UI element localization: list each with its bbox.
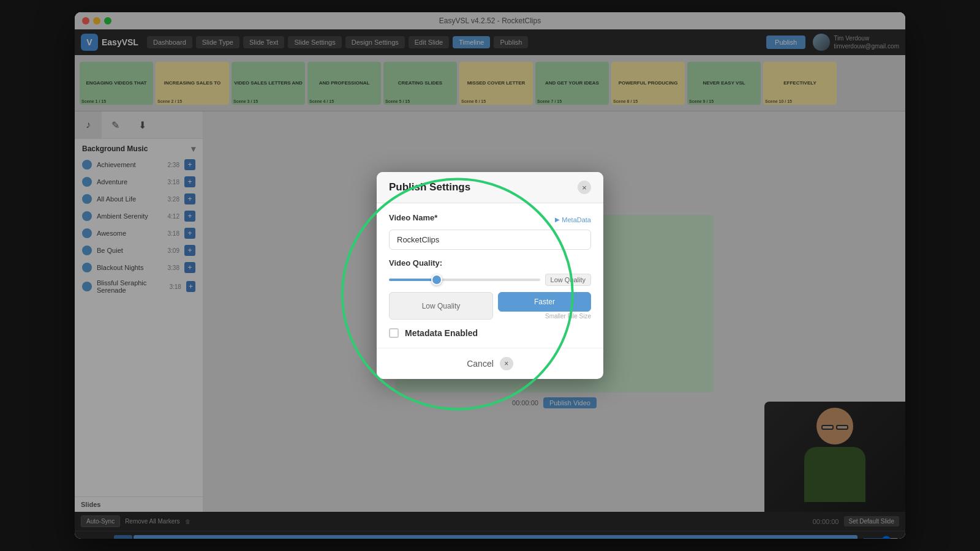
modal-header: Publish Settings × [377, 172, 603, 203]
modal-close-btn[interactable]: × [578, 181, 591, 194]
quality-badge: Low Quality [545, 274, 591, 286]
cancel-x-btn[interactable]: × [500, 357, 513, 370]
modal-backdrop: Publish Settings × Video Name* ▶ MetaDat… [75, 12, 905, 539]
app-window: EasyVSL v4.2.52 - RocketClips V EasyVSL … [75, 12, 905, 539]
metadata-link[interactable]: ▶ MetaData [555, 216, 591, 223]
cancel-btn[interactable]: Cancel [467, 359, 494, 369]
modal-body: Video Name* ▶ MetaData Video Quality: Lo… [377, 203, 603, 348]
low-quality-btn[interactable]: Low Quality [389, 292, 493, 320]
quality-section: Video Quality: Low Quality Low Quality F… [389, 258, 591, 320]
quality-label: Video Quality: [389, 258, 591, 268]
faster-btn-wrapper: Faster Smaller File Size [498, 292, 591, 320]
video-name-label: Video Name* [389, 213, 437, 222]
quality-note: Smaller File Size [498, 313, 591, 320]
quality-slider[interactable] [389, 279, 540, 281]
modal-footer: Cancel × [377, 348, 603, 379]
quality-slider-row: Low Quality [389, 274, 591, 286]
metadata-enabled-label: Metadata Enabled [405, 328, 478, 338]
metadata-checkbox[interactable] [389, 328, 399, 338]
faster-btn[interactable]: Faster [498, 292, 591, 312]
publish-settings-modal: Publish Settings × Video Name* ▶ MetaDat… [377, 172, 603, 379]
quality-buttons: Low Quality Faster Smaller File Size [389, 292, 591, 320]
metadata-row: Metadata Enabled [389, 328, 591, 338]
video-name-row: Video Name* ▶ MetaData [389, 213, 591, 226]
modal-title: Publish Settings [389, 181, 470, 193]
video-name-input[interactable] [389, 230, 591, 250]
